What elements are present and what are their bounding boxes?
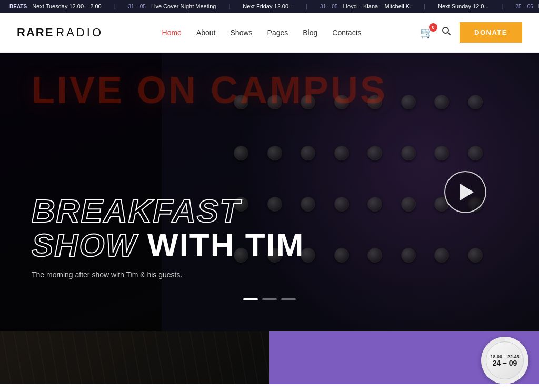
ticker-text: Lloyd – Kiana – Mitchell K. bbox=[343, 3, 411, 9]
mixer-knob bbox=[401, 146, 416, 160]
nav-item-about[interactable]: About bbox=[196, 28, 216, 37]
bottom-left-panel bbox=[0, 331, 270, 384]
main-nav: Home About Shows Pages Blog Contacts bbox=[162, 28, 362, 37]
mixer-knob bbox=[468, 95, 483, 109]
nav-item-pages[interactable]: Pages bbox=[267, 28, 288, 37]
nav-item-blog[interactable]: Blog bbox=[303, 28, 317, 37]
dot-3[interactable] bbox=[281, 298, 296, 300]
nav-item-home[interactable]: Home bbox=[162, 28, 182, 37]
stamp-outer: 18.00 – 22.45 24 – 09 bbox=[481, 337, 528, 384]
search-icon bbox=[442, 26, 451, 36]
ticker-sep: | bbox=[502, 3, 503, 9]
mixer-knob bbox=[301, 146, 315, 160]
logo-radio: RADIO bbox=[56, 26, 103, 39]
mixer-knob bbox=[468, 146, 483, 160]
ticker-date: 25 – 06 bbox=[515, 4, 533, 9]
mixer-knob bbox=[367, 197, 382, 212]
ticker-text: Next Friday 12.00 – bbox=[243, 3, 293, 9]
mixer-knob bbox=[434, 248, 449, 263]
stamp-inner: 18.00 – 22.45 24 – 09 bbox=[486, 341, 524, 379]
mixer-knob bbox=[434, 146, 449, 160]
ticker-item: Beats Next Tuesday 12.00 – 2.00 bbox=[0, 3, 111, 9]
cart-badge: 0 bbox=[429, 23, 437, 32]
ticker-text: Next Tuesday 12.00 – 2.00 bbox=[32, 3, 101, 9]
bottom-section: 18.00 – 22.45 24 – 09 bbox=[0, 331, 539, 384]
ticker-item: Next Friday 12.00 – bbox=[233, 3, 303, 9]
mixer-knob bbox=[234, 95, 248, 109]
mixer-knob bbox=[401, 197, 416, 212]
hero-title-show: SHOW bbox=[32, 227, 137, 263]
mixer-knob bbox=[367, 248, 382, 263]
mixer-knob bbox=[334, 95, 349, 109]
ticker-sep: | bbox=[306, 3, 307, 9]
ticker-bar: Beats Next Tuesday 12.00 – 2.00 | 31 – 0… bbox=[0, 0, 539, 13]
stamp-badge: 18.00 – 22.45 24 – 09 bbox=[481, 337, 528, 384]
hero-subtitle: The morning after show with Tim & his gu… bbox=[32, 270, 304, 279]
logo[interactable]: RARE RADIO bbox=[17, 26, 103, 39]
hero-content: BREAKFAST SHOW WITH TIM The morning afte… bbox=[32, 195, 304, 279]
ticker-sep: | bbox=[114, 3, 116, 9]
ticker-sep: | bbox=[424, 3, 425, 9]
hero-section: LIVE ON CAMPUS BREAKFAST SHOW WITH TIM T… bbox=[0, 53, 539, 331]
header-actions: 🛒 0 DONATE bbox=[420, 22, 522, 43]
mixer-knob bbox=[334, 248, 349, 263]
mixer-knob bbox=[401, 248, 416, 263]
nav-item-shows[interactable]: Shows bbox=[231, 28, 253, 37]
cart-button[interactable]: 🛒 0 bbox=[420, 26, 433, 39]
light-rays bbox=[0, 331, 270, 384]
mixer-knob bbox=[267, 95, 282, 109]
nav-item-contacts[interactable]: Contacts bbox=[332, 28, 361, 37]
logo-rare: RARE bbox=[17, 26, 54, 39]
play-button[interactable] bbox=[444, 171, 486, 213]
mixer-knob bbox=[434, 95, 449, 109]
ticker-item: Next Sunday 12.0... bbox=[428, 3, 498, 9]
mixer-knob bbox=[301, 95, 315, 109]
hero-title-line1: BREAKFAST bbox=[32, 195, 304, 227]
bottom-right-content: 18.00 – 22.45 24 – 09 bbox=[481, 337, 528, 384]
ticker-item: 31 – 05 Lloyd – Kiana – Mitchell K. bbox=[311, 3, 421, 9]
hero-title-with-tim: WITH TIM bbox=[147, 227, 304, 263]
ticker-date: 31 – 05 bbox=[320, 4, 337, 9]
ticker-inner: Beats Next Tuesday 12.00 – 2.00 | 31 – 0… bbox=[0, 3, 539, 9]
mixer-knob bbox=[234, 146, 248, 160]
ticker-text: Next Sunday 12.0... bbox=[438, 3, 489, 9]
svg-line-1 bbox=[448, 33, 451, 35]
stamp-date: 24 – 09 bbox=[493, 359, 517, 367]
dot-2[interactable] bbox=[262, 298, 277, 300]
mixer-knob bbox=[334, 197, 349, 212]
mixer-knob bbox=[367, 146, 382, 160]
mixer-knob bbox=[267, 146, 282, 160]
ticker-text: Live Cover Night Meeting bbox=[151, 3, 216, 9]
bottom-right-panel: 18.00 – 22.45 24 – 09 bbox=[270, 331, 539, 384]
mixer-knob bbox=[334, 146, 349, 160]
ticker-date: 31 – 05 bbox=[128, 4, 146, 9]
mixer-knob bbox=[367, 95, 382, 109]
donate-button[interactable]: DONATE bbox=[460, 22, 522, 43]
ticker-item: 31 – 05 Live Cover Night Meeting bbox=[119, 3, 226, 9]
dot-1[interactable] bbox=[243, 298, 258, 300]
ticker-sep: | bbox=[228, 3, 230, 9]
site-header: RARE RADIO Home About Shows Pages Blog C… bbox=[0, 13, 539, 53]
hero-title-line2: SHOW WITH TIM bbox=[32, 227, 304, 263]
hero-dots bbox=[243, 298, 296, 300]
ticker-label: Beats bbox=[9, 4, 27, 9]
ticker-item: 25 – 06 Midday Inth... bbox=[506, 3, 539, 9]
play-icon bbox=[460, 184, 474, 200]
search-button[interactable] bbox=[442, 26, 451, 38]
mixer-knob bbox=[401, 95, 416, 109]
mixer-knob bbox=[468, 248, 483, 263]
